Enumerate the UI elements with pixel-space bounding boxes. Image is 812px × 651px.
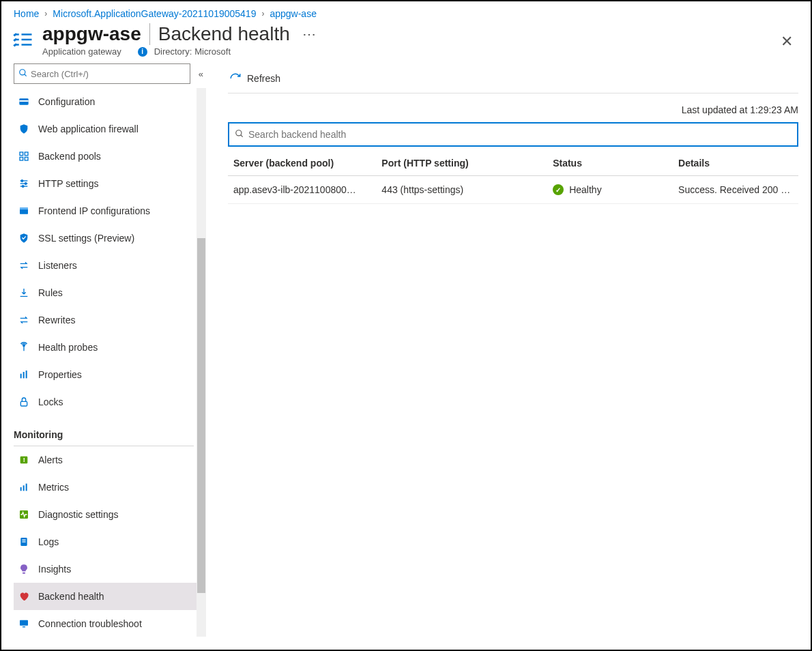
breadcrumb-home[interactable]: Home xyxy=(14,8,39,19)
refresh-button[interactable]: Refresh xyxy=(228,70,282,87)
arrows-icon xyxy=(18,259,30,272)
logs-icon xyxy=(18,536,30,548)
sidebar-item-waf[interactable]: Web application firewall xyxy=(14,115,199,143)
sidebar-item-label: Web application firewall xyxy=(38,124,139,134)
directory-value: Microsoft xyxy=(194,46,231,57)
svg-point-16 xyxy=(22,186,24,188)
backend-health-table: Server (backend pool) Port (HTTP setting… xyxy=(228,151,798,204)
cell-server: app.asev3-ilb-2021100800… xyxy=(228,176,376,204)
breadcrumb-group[interactable]: Microsoft.ApplicationGateway-20211019005… xyxy=(53,8,256,19)
sidebar-item-label: Metrics xyxy=(38,482,69,493)
col-status[interactable]: Status xyxy=(547,151,673,176)
sidebar-item-locks[interactable]: Locks xyxy=(14,388,199,416)
download-icon xyxy=(18,287,30,299)
col-details[interactable]: Details xyxy=(673,151,798,176)
svg-rect-9 xyxy=(20,157,23,160)
svg-rect-18 xyxy=(20,207,28,209)
last-updated-label: Last updated at 1:29:23 AM xyxy=(228,104,798,115)
chevron-right-icon: › xyxy=(261,9,264,18)
sidebar-item-frontend-ip[interactable]: Frontend IP configurations xyxy=(14,197,199,225)
title-separator xyxy=(149,23,150,45)
sidebar-item-label: Backend pools xyxy=(38,151,101,162)
resource-type-label: Application gateway xyxy=(42,46,121,57)
breadcrumb-resource[interactable]: appgw-ase xyxy=(270,8,317,19)
chart-icon xyxy=(18,481,30,493)
info-icon[interactable]: i xyxy=(138,47,147,57)
sidebar-item-label: Backend health xyxy=(38,591,104,602)
heart-icon xyxy=(18,590,30,603)
search-icon xyxy=(235,129,244,141)
sidebar-search-input[interactable] xyxy=(28,69,186,79)
table-row[interactable]: app.asev3-ilb-2021100800… 443 (https-set… xyxy=(228,176,798,204)
sidebar-section-monitoring: Monitoring xyxy=(14,418,199,446)
pulse-icon xyxy=(18,508,30,521)
page-header: appgw-ase Backend health ⋯ Application g… xyxy=(1,23,811,63)
sidebar-item-ssl[interactable]: SSL settings (Preview) xyxy=(14,225,199,252)
main-content: Refresh Last updated at 1:29:23 AM Serve… xyxy=(206,63,811,637)
filter-search[interactable] xyxy=(228,122,798,147)
sidebar-item-label: Rules xyxy=(38,287,63,298)
svg-rect-20 xyxy=(20,374,22,379)
table-header-row: Server (backend pool) Port (HTTP setting… xyxy=(228,151,798,176)
sidebar-item-label: Health probes xyxy=(38,342,98,353)
sidebar-item-logs[interactable]: Logs xyxy=(14,528,199,555)
sidebar-item-backend-pools[interactable]: Backend pools xyxy=(14,143,199,170)
sidebar-search[interactable] xyxy=(14,63,190,84)
sidebar-item-http-settings[interactable]: HTTP settings xyxy=(14,170,199,197)
close-icon[interactable]: ✕ xyxy=(775,30,798,53)
bulb-icon xyxy=(18,563,30,575)
sidebar-item-rules[interactable]: Rules xyxy=(14,279,199,306)
svg-rect-8 xyxy=(25,152,28,156)
sidebar-item-properties[interactable]: Properties xyxy=(14,361,199,388)
cell-port: 443 (https-settings) xyxy=(376,176,547,204)
sidebar-item-label: SSL settings (Preview) xyxy=(38,233,134,244)
svg-rect-7 xyxy=(20,152,23,156)
sidebar-scroll: Configuration Web application firewall B… xyxy=(14,88,206,637)
collapse-sidebar-icon[interactable]: « xyxy=(196,66,206,82)
svg-line-4 xyxy=(25,74,27,76)
shield-check-icon xyxy=(18,232,30,244)
card-icon xyxy=(18,96,30,108)
sidebar-item-listeners[interactable]: Listeners xyxy=(14,252,199,279)
more-actions-icon[interactable]: ⋯ xyxy=(298,26,320,42)
filter-input[interactable] xyxy=(248,129,792,140)
sidebar-item-configuration[interactable]: Configuration xyxy=(14,88,199,115)
refresh-icon xyxy=(229,72,242,85)
col-port[interactable]: Port (HTTP setting) xyxy=(376,151,547,176)
sidebar-scrollbar[interactable] xyxy=(197,88,206,637)
scrollbar-thumb[interactable] xyxy=(197,238,205,593)
svg-rect-27 xyxy=(23,485,25,491)
svg-rect-10 xyxy=(25,157,28,160)
svg-rect-35 xyxy=(23,626,25,627)
svg-point-36 xyxy=(236,130,242,135)
svg-rect-34 xyxy=(20,620,28,626)
sidebar-item-connection-troubleshoot[interactable]: Connection troubleshoot xyxy=(14,610,199,637)
sidebar-item-label: HTTP settings xyxy=(38,178,98,189)
grid-icon xyxy=(18,150,30,162)
svg-point-19 xyxy=(23,345,25,347)
cell-status: ✓ Healthy xyxy=(547,176,673,204)
sidebar-item-backend-health[interactable]: Backend health xyxy=(14,583,199,610)
svg-text:!: ! xyxy=(23,457,25,463)
sliders-icon xyxy=(18,177,30,190)
svg-rect-22 xyxy=(26,371,27,378)
sidebar-item-rewrites[interactable]: Rewrites xyxy=(14,306,199,334)
swap-icon xyxy=(18,314,30,326)
svg-rect-31 xyxy=(22,540,25,540)
svg-rect-21 xyxy=(23,372,25,378)
sidebar-item-metrics[interactable]: Metrics xyxy=(14,474,199,501)
search-icon xyxy=(18,68,28,80)
svg-rect-26 xyxy=(20,487,22,491)
sidebar-item-label: Diagnostic settings xyxy=(38,509,119,520)
sidebar-item-insights[interactable]: Insights xyxy=(14,555,199,583)
col-server[interactable]: Server (backend pool) xyxy=(228,151,376,176)
sidebar-item-label: Logs xyxy=(38,536,59,547)
sidebar-item-label: Insights xyxy=(38,564,71,575)
sidebar-item-probes[interactable]: Health probes xyxy=(14,334,199,361)
sidebar-item-alerts[interactable]: ! Alerts xyxy=(14,446,199,474)
status-healthy-icon: ✓ xyxy=(553,184,564,195)
sidebar-item-diagnostic[interactable]: Diagnostic settings xyxy=(14,501,199,528)
cell-details: Success. Received 200 st… xyxy=(673,176,798,204)
sidebar-item-label: Rewrites xyxy=(38,315,75,326)
directory-label: Directory: xyxy=(154,46,192,57)
